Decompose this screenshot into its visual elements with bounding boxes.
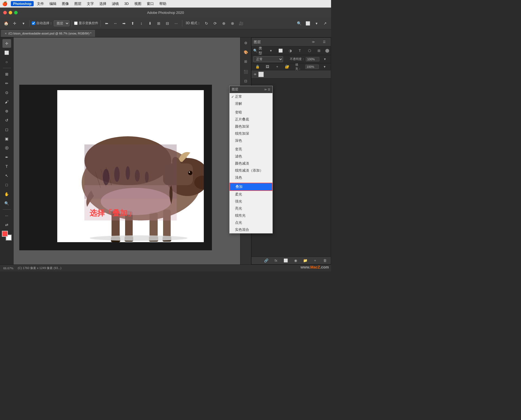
delete-layer-btn[interactable]: 🗑 <box>320 256 329 265</box>
align-bottom-icon[interactable]: ⬇ <box>146 20 154 27</box>
foreground-background-colors[interactable] <box>2 231 12 241</box>
menu-photoshop[interactable]: Photoshop <box>11 1 34 6</box>
blend-screen[interactable]: 滤色 <box>230 153 272 160</box>
opacity-input[interactable] <box>306 57 319 61</box>
menu-layer[interactable]: 图层 <box>72 1 84 7</box>
blend-color-burn[interactable]: 颜色加深 <box>230 123 272 130</box>
layers-menu-icon[interactable]: ☰ <box>320 38 329 46</box>
3d-btn-4[interactable]: ⊗ <box>229 20 236 27</box>
menu-view[interactable]: 视图 <box>132 1 144 7</box>
lasso-tool[interactable]: ○ <box>2 58 11 66</box>
filter-toggle-btn[interactable] <box>325 49 329 53</box>
distribute-1-icon[interactable]: ⊞ <box>155 20 163 27</box>
move-tool[interactable]: ✛ <box>2 39 11 48</box>
menu-image[interactable]: 图像 <box>60 1 71 7</box>
swap-tools-btn[interactable]: ⇄ <box>2 220 11 229</box>
3d-btn-1[interactable]: ↻ <box>203 20 210 27</box>
panel-icon-3[interactable]: ⊞ <box>242 57 250 66</box>
history-brush-tool[interactable]: ↺ <box>2 116 11 125</box>
menu-window[interactable]: 窗口 <box>145 1 156 7</box>
3d-btn-2[interactable]: ⟳ <box>211 20 219 27</box>
close-tab-icon[interactable]: ✕ <box>5 32 7 35</box>
align-center-icon[interactable]: ↔ <box>112 20 119 27</box>
blend-linear-burn[interactable]: 线性加深 <box>230 130 272 137</box>
layer-style-btn[interactable]: fx <box>272 256 280 265</box>
shape-tool[interactable]: □ <box>2 181 11 189</box>
filter-pixel-btn[interactable]: ⬜ <box>276 46 285 55</box>
show-transform-checkbox[interactable] <box>74 21 78 25</box>
move-tool-btn[interactable]: ✛ <box>11 20 18 27</box>
share-icon[interactable]: ↗ <box>321 20 329 27</box>
lock-position-btn[interactable]: + <box>273 62 281 71</box>
panel-icon-4[interactable]: ⬛ <box>242 67 250 76</box>
eraser-tool[interactable]: ◻ <box>2 125 11 134</box>
blend-pin-light[interactable]: 点光 <box>230 219 272 226</box>
canvas[interactable] <box>57 90 204 242</box>
auto-select-checkbox-label[interactable]: 自动选择： <box>32 21 53 26</box>
text-tool[interactable]: T <box>2 162 11 171</box>
lock-all-btn[interactable]: 🔐 <box>283 62 291 71</box>
dodge-tool[interactable]: ⦿ <box>2 144 11 152</box>
workspace-icon[interactable]: ⬜ <box>304 20 312 27</box>
3d-btn-5[interactable]: 🎥 <box>237 20 245 27</box>
blend-darken[interactable]: 变暗 <box>230 109 272 116</box>
layer-row-1[interactable]: 👁 <box>252 70 331 78</box>
panel-icon-1[interactable]: ⚙ <box>242 39 250 47</box>
apple-menu[interactable]: 🍎 <box>2 1 8 6</box>
auto-select-checkbox[interactable] <box>32 21 35 25</box>
menu-text[interactable]: 文字 <box>85 1 96 7</box>
blend-soft-light[interactable]: 柔光 <box>230 191 272 198</box>
lock-transparent-btn[interactable]: 🔒 <box>254 62 261 71</box>
menu-3d[interactable]: 3D <box>122 1 131 6</box>
menu-edit[interactable]: 编辑 <box>47 1 59 7</box>
filter-text-btn[interactable]: T <box>296 46 304 55</box>
blend-linear-dodge[interactable]: 线性减淡（添加） <box>230 167 272 174</box>
align-right-icon[interactable]: ➡ <box>120 20 128 27</box>
3d-btn-3[interactable]: ⊕ <box>220 20 228 27</box>
blend-dissolve[interactable]: 溶解 <box>230 100 272 107</box>
lock-image-btn[interactable]: 🖼 <box>263 62 271 71</box>
filter-adjust-btn[interactable]: ◑ <box>286 46 294 55</box>
blend-hard-light[interactable]: 强光 <box>230 198 272 205</box>
align-middle-icon[interactable]: ↕ <box>138 20 145 27</box>
menu-select[interactable]: 选择 <box>97 1 109 7</box>
filter-shape-btn[interactable]: ⬡ <box>305 46 313 55</box>
layers-expand-icon[interactable]: ≫ <box>309 38 318 46</box>
brush-tool[interactable]: 🖌 <box>2 97 11 106</box>
new-fill-layer-btn[interactable]: ◉ <box>291 256 300 265</box>
document-tab[interactable]: ✕ (C) bison_downloadable-asset.psd @ 66.… <box>1 30 95 37</box>
zoom-tool[interactable]: 🔍 <box>2 199 11 208</box>
blend-color-dodge[interactable]: 颜色减淡 <box>230 160 272 167</box>
more-options-icon[interactable]: ··· <box>172 20 180 27</box>
path-select-tool[interactable]: ↖ <box>2 171 11 180</box>
search-icon[interactable]: 🔍 <box>295 20 303 27</box>
auto-select-dropdown[interactable]: 图层 <box>54 20 69 26</box>
blend-mode-dropdown[interactable]: 正常 <box>253 56 283 62</box>
blend-hard-mix[interactable]: 实色混合 <box>230 226 272 233</box>
gradient-tool[interactable]: ▣ <box>2 134 11 143</box>
filter-smart-btn[interactable]: ⊞ <box>315 46 323 55</box>
link-layers-btn[interactable]: 🔗 <box>262 256 271 265</box>
new-group-btn[interactable]: 📁 <box>301 256 310 265</box>
distribute-2-icon[interactable]: ⊟ <box>164 20 171 27</box>
hand-tool[interactable]: ✋ <box>2 190 11 198</box>
fill-input[interactable] <box>305 65 319 69</box>
align-left-icon[interactable]: ⬅ <box>103 20 110 27</box>
menu-help[interactable]: 帮助 <box>157 1 169 7</box>
show-transform-label[interactable]: 显示变换控件 <box>74 21 98 26</box>
more-tools-btn[interactable]: ··· <box>2 211 11 220</box>
filter-dropdown-btn[interactable]: ▾ <box>267 46 275 55</box>
panel-icon-5[interactable]: ⊡ <box>242 77 250 85</box>
spot-heal-tool[interactable]: ⊙ <box>2 88 11 97</box>
stamp-tool[interactable]: ⊚ <box>2 107 11 115</box>
move-dropdown-btn[interactable]: ▾ <box>20 20 27 27</box>
pen-tool[interactable]: ✒ <box>2 153 11 162</box>
blend-darker-color[interactable]: 深色 <box>230 137 272 144</box>
workspace-dropdown-btn[interactable]: ▾ <box>313 20 320 27</box>
eyedropper-tool[interactable]: ✏ <box>2 79 11 88</box>
blend-vivid-light[interactable]: 亮光 <box>230 205 272 212</box>
blend-lighten[interactable]: 变亮 <box>230 146 272 153</box>
menu-file[interactable]: 文件 <box>35 1 46 7</box>
menu-filter[interactable]: 滤镜 <box>110 1 121 7</box>
fill-dropdown-btn[interactable]: ▾ <box>321 62 329 71</box>
